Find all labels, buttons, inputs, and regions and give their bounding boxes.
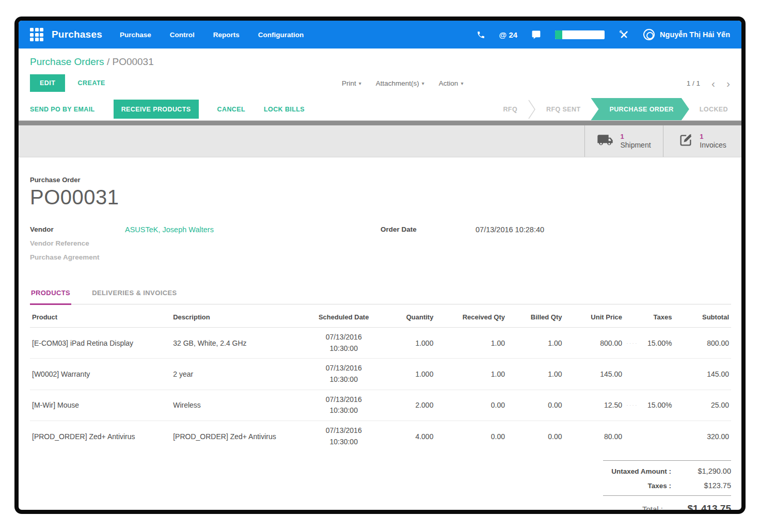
cell-description: 2 year xyxy=(171,359,310,390)
nav-right: @ 24 Nguyễn Thị Hải Yến xyxy=(477,29,730,40)
cell-received-qty: 1.00 xyxy=(435,359,507,390)
cell-subtotal: 145.00 xyxy=(674,359,731,390)
shipment-smart-button[interactable]: 1 Shipment xyxy=(584,125,663,157)
attachments-dropdown[interactable]: Attachment(s)▾ xyxy=(376,79,424,87)
col-header-description[interactable]: Description xyxy=(171,304,310,328)
cell-description: Wireless xyxy=(171,390,310,421)
tab-deliveries-invoices[interactable]: DELIVERIES & INVOICES xyxy=(91,289,178,305)
table-row[interactable]: [PROD_ORDER] Zed+ Antivirus [PROD_ORDER]… xyxy=(30,421,731,452)
col-header-unit-price[interactable]: Unit Price xyxy=(564,304,625,328)
cell-scheduled-date: 07/13/201610:30:00 xyxy=(310,328,377,359)
usage-progress-bar[interactable] xyxy=(555,30,605,39)
invoices-label: Invoices xyxy=(700,141,726,150)
breadcrumb-current: PO00031 xyxy=(112,56,153,67)
statusbar: SEND PO BY EMAIL RECEIVE PRODUCTS CANCEL… xyxy=(19,98,741,121)
vendor-reference-label: Vendor Reference xyxy=(30,239,125,248)
cell-scheduled-date: 07/13/201610:30:00 xyxy=(310,359,377,390)
invoice-icon xyxy=(678,133,693,149)
nav-menu-reports[interactable]: Reports xyxy=(213,31,240,39)
pager-counter: 1 / 1 xyxy=(687,79,700,87)
col-header-subtotal[interactable]: Subtotal xyxy=(674,304,731,328)
pager-next-icon[interactable]: › xyxy=(726,78,730,89)
breadcrumb-bar: Purchase Orders / PO00031 EDIT CREATE Pr… xyxy=(19,49,741,98)
nav-menu-configuration[interactable]: Configuration xyxy=(258,31,304,39)
chevron-right-icon xyxy=(528,98,536,120)
user-avatar xyxy=(643,29,655,40)
order-date-label: Order Date xyxy=(381,225,476,234)
caret-down-icon: ▾ xyxy=(422,80,424,86)
record-dropdowns: Print▾ Attachment(s)▾ Action▾ xyxy=(342,79,463,87)
table-row[interactable]: [M-Wir] Mouse Wireless 07/13/201610:30:0… xyxy=(30,390,731,421)
vendor-label: Vendor xyxy=(30,225,125,234)
cell-received-qty: 1.00 xyxy=(435,328,507,359)
user-name: Nguyễn Thị Hải Yến xyxy=(660,30,730,39)
cell-product: [E-COM03] iPad Retina Display xyxy=(30,328,171,359)
edit-button[interactable]: EDIT xyxy=(30,74,65,92)
cell-description: 32 GB, White, 2.4 GHz xyxy=(171,328,310,359)
col-header-scheduled-date[interactable]: Scheduled Date xyxy=(310,304,377,328)
cell-unit-price: 145.00 xyxy=(564,359,625,390)
cell-billed-qty: 1.00 xyxy=(507,359,564,390)
notebook-tabs: PRODUCTS DELIVERIES & INVOICES xyxy=(30,289,731,304)
tab-products[interactable]: PRODUCTS xyxy=(30,289,71,305)
total-label: Total : xyxy=(642,505,663,513)
nav-menu: Purchase Control Reports Configuration xyxy=(120,31,304,39)
phone-icon[interactable] xyxy=(477,30,485,39)
apps-grid-icon[interactable] xyxy=(30,28,43,41)
pager-prev-icon[interactable]: ‹ xyxy=(711,78,715,89)
tax-handle-dots: ···· xyxy=(626,402,638,408)
lock-bills-button[interactable]: LOCK BILLS xyxy=(264,106,305,113)
cell-quantity: 2.000 xyxy=(377,390,435,421)
chat-icon[interactable] xyxy=(531,30,541,40)
invoices-smart-button[interactable]: 1 Invoices xyxy=(663,125,741,157)
control-row: EDIT CREATE Print▾ Attachment(s)▾ Action… xyxy=(30,74,730,92)
create-button[interactable]: CREATE xyxy=(77,79,105,87)
field-group: Vendor ASUSTeK, Joseph Walters Vendor Re… xyxy=(30,225,731,267)
taxes-value: $123.75 xyxy=(671,481,731,490)
status-pipeline: RFQ RFQ SENT PURCHASE ORDER LOCKED xyxy=(493,98,741,120)
stage-rfq-sent[interactable]: RFQ SENT xyxy=(536,98,591,120)
user-menu[interactable]: Nguyễn Thị Hải Yến xyxy=(643,29,730,40)
vendor-value[interactable]: ASUSTeK, Joseph Walters xyxy=(125,225,214,234)
cell-product: [W0002] Warranty xyxy=(30,359,171,390)
record-type-label: Purchase Order xyxy=(30,176,731,184)
receive-products-button[interactable]: RECEIVE PRODUCTS xyxy=(114,100,199,119)
table-row[interactable]: [W0002] Warranty 2 year 07/13/201610:30:… xyxy=(30,359,731,390)
table-row[interactable]: [E-COM03] iPad Retina Display 32 GB, Whi… xyxy=(30,328,731,359)
col-header-product[interactable]: Product xyxy=(30,304,171,328)
stage-locked[interactable]: LOCKED xyxy=(689,98,741,120)
stage-rfq[interactable]: RFQ xyxy=(493,98,528,120)
col-header-taxes[interactable]: Taxes xyxy=(624,304,674,328)
breadcrumb-parent[interactable]: Purchase Orders xyxy=(30,56,104,67)
taxes-label: Taxes : xyxy=(647,482,671,490)
cell-billed-qty: 1.00 xyxy=(507,328,564,359)
cell-quantity: 1.000 xyxy=(377,359,435,390)
cell-scheduled-date: 07/13/201610:30:00 xyxy=(310,390,377,421)
cell-quantity: 4.000 xyxy=(377,421,435,452)
untaxed-amount-value: $1,290.00 xyxy=(671,467,731,475)
cell-product: [PROD_ORDER] Zed+ Antivirus xyxy=(30,421,171,452)
purchase-agreement-label: Purchase Agreement xyxy=(30,253,125,262)
invoices-count: 1 xyxy=(700,133,726,141)
nav-menu-purchase[interactable]: Purchase xyxy=(120,31,151,39)
usage-progress-fill xyxy=(555,30,562,39)
tools-icon[interactable] xyxy=(619,29,629,40)
cell-quantity: 1.000 xyxy=(377,328,435,359)
send-po-by-email-button[interactable]: SEND PO BY EMAIL xyxy=(30,106,95,113)
cell-product: [M-Wir] Mouse xyxy=(30,390,171,421)
stage-purchase-order[interactable]: PURCHASE ORDER xyxy=(591,98,689,120)
action-dropdown[interactable]: Action▾ xyxy=(439,79,464,87)
statusbar-shadow xyxy=(19,121,741,125)
cell-taxes: ····15.00% xyxy=(624,328,674,359)
cell-unit-price: 12.50 xyxy=(564,390,625,421)
cancel-button[interactable]: CANCEL xyxy=(217,106,245,113)
col-header-billed-qty[interactable]: Billed Qty xyxy=(507,304,564,328)
form-sheet: Purchase Order PO00031 Vendor ASUSTeK, J… xyxy=(19,176,741,514)
cell-unit-price: 80.00 xyxy=(564,421,625,452)
app-title[interactable]: Purchases xyxy=(52,29,102,40)
activity-counter[interactable]: @ 24 xyxy=(499,30,517,39)
col-header-received-qty[interactable]: Received Qty xyxy=(435,304,507,328)
nav-menu-control[interactable]: Control xyxy=(170,31,195,39)
col-header-quantity[interactable]: Quantity xyxy=(377,304,435,328)
print-dropdown[interactable]: Print▾ xyxy=(342,79,361,87)
